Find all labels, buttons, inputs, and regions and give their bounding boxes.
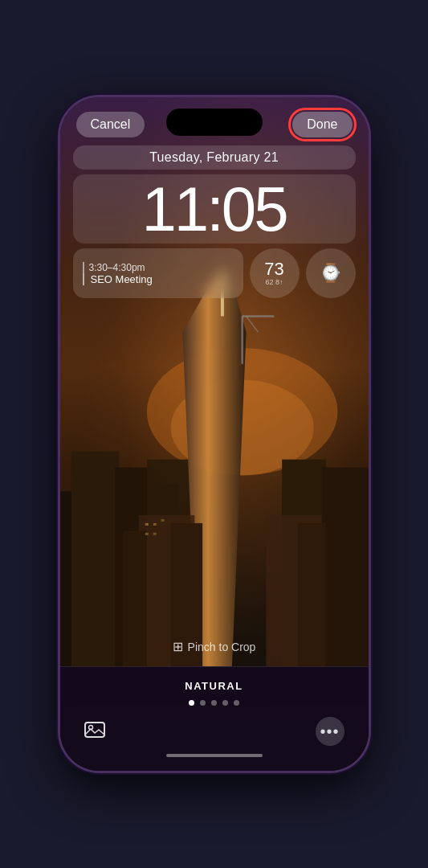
filter-dots [189,700,239,706]
done-button[interactable]: Done [292,112,352,137]
dot-4[interactable] [222,700,228,706]
dot-3[interactable] [211,700,217,706]
temperature-range: 62 8↑ [265,278,283,286]
time-display: 11:05 [73,174,356,244]
crop-label: Pinch to Crop [188,641,256,653]
filter-label: NATURAL [185,680,243,692]
dynamic-island [166,108,263,136]
home-indicator [166,754,263,757]
svg-rect-24 [161,519,164,522]
widget-icon: ⌚ [320,263,341,284]
ellipsis: ••• [320,723,339,741]
bottom-icons: ••• [60,717,369,746]
svg-rect-22 [145,523,148,526]
svg-rect-30 [85,723,104,737]
crop-icon: ⊞ [173,639,183,654]
svg-rect-26 [153,533,156,535]
temperature-display: 73 [264,260,283,278]
phone-frame: Cancel Done Tuesday, February 21 11:05 3… [58,95,371,773]
more-options-icon[interactable]: ••• [316,717,344,746]
calendar-widget: 3:30–4:30pm SEO Meeting [73,248,243,298]
weather-widget: 73 62 8↑ [250,248,300,298]
icon-widget: ⌚ [306,248,356,298]
dot-2[interactable] [200,700,206,706]
svg-line-18 [246,317,258,333]
svg-rect-23 [153,523,156,526]
calendar-event: SEO Meeting [83,273,234,285]
calendar-time: 3:30–4:30pm [83,262,234,273]
dot-1[interactable] [189,700,194,706]
pinch-to-crop: ⊞ Pinch to Crop [173,639,256,654]
lockscreen-content: Tuesday, February 21 11:05 3:30–4:30pm S… [60,145,369,298]
cancel-button[interactable]: Cancel [76,112,145,137]
dot-5[interactable] [234,700,239,706]
bottom-bar: NATURAL ••• [60,666,369,771]
svg-rect-25 [145,533,148,535]
widgets-row: 3:30–4:30pm SEO Meeting 73 62 8↑ ⌚ [73,248,356,298]
gallery-icon[interactable] [84,720,105,743]
date-display: Tuesday, February 21 [73,145,356,170]
